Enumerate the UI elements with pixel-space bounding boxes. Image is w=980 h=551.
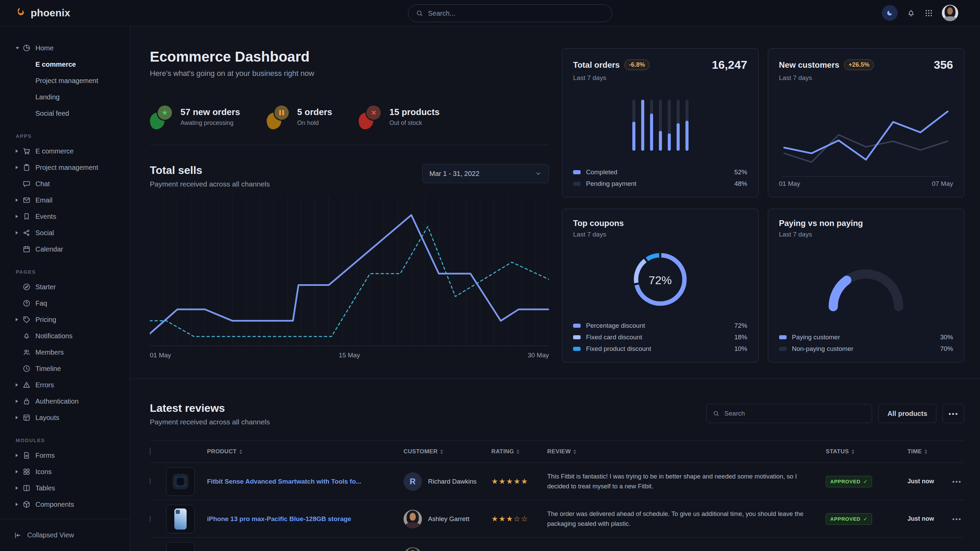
table-row: iPhone 13 pro max-Pacific Blue-128GB sto…	[150, 500, 964, 538]
sidebar-nav: HomeE commerceProject managementLandingS…	[0, 26, 130, 519]
sidebar-item-timeline[interactable]: Timeline	[0, 360, 130, 377]
donut-center-value: 72%	[628, 248, 692, 313]
product-thumbnail[interactable]	[166, 467, 195, 496]
caret-icon	[16, 318, 22, 321]
product-thumbnail-watch	[173, 474, 188, 489]
legend-row: Pending payment48%	[573, 180, 748, 187]
card-period: Last 7 days	[573, 231, 748, 238]
product-thumbnail-phone	[174, 508, 186, 530]
section-label-pages: PAGES	[16, 269, 130, 275]
review-text: This Fitbit is fantastic! I was trying t…	[547, 472, 826, 491]
clipboard-icon	[22, 164, 31, 171]
caret-icon	[16, 149, 22, 153]
card-period: Last 7 days	[779, 231, 953, 238]
sidebar-item-starter[interactable]: Starter	[0, 279, 130, 295]
caret-icon	[16, 503, 22, 506]
x-tick: 15 May	[339, 352, 360, 359]
sidebar-item-members[interactable]: Members	[0, 344, 130, 360]
sidebar-subitem-landing[interactable]: Landing	[0, 89, 130, 105]
caret-icon	[16, 166, 22, 169]
x-icon: ×	[359, 105, 382, 129]
sidebar-subitem-social-feed[interactable]: Social feed	[0, 105, 130, 122]
rating-stars: ★★★★★	[492, 477, 528, 486]
reviews-subtitle: Payment received across all channels	[150, 418, 270, 426]
box-icon	[22, 500, 31, 508]
product-link[interactable]: Fitbit Sense Advanced Smartwatch with To…	[207, 478, 361, 485]
x-tick: 30 May	[528, 352, 549, 359]
total-orders-legend: Completed52%Pending payment48%	[573, 168, 748, 187]
table-header-row: PRODUCTCUSTOMERRATINGREVIEWSTATUSTIME	[150, 440, 964, 463]
collapse-view-button[interactable]: Collapsed View	[0, 519, 130, 551]
row-actions-button[interactable]: ●●●	[948, 479, 964, 484]
column-header-status[interactable]: STATUS	[826, 448, 907, 455]
all-products-button[interactable]: All products	[878, 404, 936, 423]
review-text: The order was delivered ahead of schedul…	[547, 509, 826, 529]
sidebar-item-components[interactable]: Components	[0, 496, 130, 513]
section-label-apps: APPS	[16, 133, 130, 139]
stat-out-of-stock: ×15 productsOut of stock	[359, 105, 439, 129]
sidebar-item-home[interactable]: Home	[0, 40, 130, 56]
dark-mode-toggle[interactable]	[882, 5, 897, 21]
sidebar-item-chat[interactable]: Chat	[0, 176, 130, 192]
search-icon	[416, 10, 423, 17]
product-link[interactable]: iPhone 13 pro max-Pacific Blue-128GB sto…	[207, 515, 351, 522]
caret-icon	[16, 454, 22, 457]
column-header-time[interactable]: TIME	[907, 448, 948, 455]
caret-icon	[16, 47, 22, 49]
date-range-select[interactable]: Mar 1 - 31, 2022	[422, 164, 549, 183]
sidebar-item-events[interactable]: Events	[0, 208, 130, 225]
more-options-button[interactable]: ●●●	[943, 404, 964, 423]
card-period: Last 7 days	[779, 74, 953, 82]
stat-awating-processing: ★57 new ordersAwating processing	[150, 105, 240, 129]
sidebar-item-layouts[interactable]: Layouts	[0, 410, 130, 426]
sidebar-subitem-e-commerce[interactable]: E commerce	[0, 56, 130, 73]
customer-avatar	[404, 547, 422, 551]
select-all-checkbox[interactable]	[150, 448, 151, 455]
sidebar-item-forms[interactable]: Forms	[0, 447, 130, 464]
row-checkbox[interactable]	[150, 478, 151, 484]
sidebar-subitem-project-management[interactable]: Project management	[0, 73, 130, 89]
star-icon: ★	[150, 105, 173, 129]
navbar-search-input[interactable]	[428, 10, 605, 17]
bell-icon[interactable]	[907, 8, 916, 18]
column-header-rating[interactable]: RATING	[492, 448, 547, 455]
stat-on-hold: 5 ordersOn hold	[267, 105, 332, 129]
top-coupons-card: Top coupons Last 7 days 72% Percentage d…	[562, 209, 759, 362]
apps-grid-icon[interactable]	[924, 9, 933, 17]
sidebar-item-email[interactable]: Email	[0, 192, 130, 208]
sidebar-item-icons[interactable]: Icons	[0, 464, 130, 480]
page-subtitle: Here's what's going on at your business …	[150, 69, 549, 78]
sidebar-item-errors[interactable]: Errors	[0, 377, 130, 393]
reviews-table: PRODUCTCUSTOMERRATINGREVIEWSTATUSTIMEFit…	[150, 440, 964, 551]
user-avatar[interactable]	[942, 5, 958, 21]
card-value: 16,247	[712, 58, 748, 71]
bell-icon	[22, 332, 31, 340]
navbar-search[interactable]	[408, 5, 612, 22]
sidebar-item-e-commerce[interactable]: E commerce	[0, 143, 130, 159]
brand[interactable]: phoenix	[15, 7, 70, 19]
reviews-search[interactable]	[706, 404, 872, 423]
x-tick: 01 May	[150, 352, 171, 359]
sidebar-item-calendar[interactable]: Calendar	[0, 241, 130, 257]
column-header-customer[interactable]: CUSTOMER	[404, 448, 492, 455]
latest-reviews-section: Latest reviews Payment received across a…	[130, 379, 980, 551]
sidebar-item-notifications[interactable]: Notifications	[0, 328, 130, 344]
table-row	[150, 538, 964, 551]
collapse-left-icon	[14, 531, 22, 540]
compass-icon	[22, 283, 31, 291]
column-header-review[interactable]: REVIEW	[547, 448, 826, 455]
sidebar-item-pricing[interactable]: Pricing	[0, 311, 130, 328]
product-thumbnail[interactable]	[166, 505, 195, 533]
sidebar-item-project-management[interactable]: Project management	[0, 159, 130, 176]
check-icon: ✓	[863, 478, 868, 484]
row-checkbox[interactable]	[150, 516, 151, 522]
legend-row: Percentage discount72%	[573, 322, 748, 329]
sidebar-item-social[interactable]: Social	[0, 225, 130, 241]
column-header-product[interactable]: PRODUCT	[207, 448, 404, 455]
sidebar-item-faq[interactable]: Faq	[0, 295, 130, 311]
reviews-search-input[interactable]	[724, 410, 865, 417]
sidebar-item-authentication[interactable]: Authentication	[0, 393, 130, 410]
row-actions-button[interactable]: ●●●	[948, 517, 964, 521]
sidebar-item-tables[interactable]: Tables	[0, 480, 130, 496]
product-thumbnail[interactable]	[166, 542, 195, 551]
